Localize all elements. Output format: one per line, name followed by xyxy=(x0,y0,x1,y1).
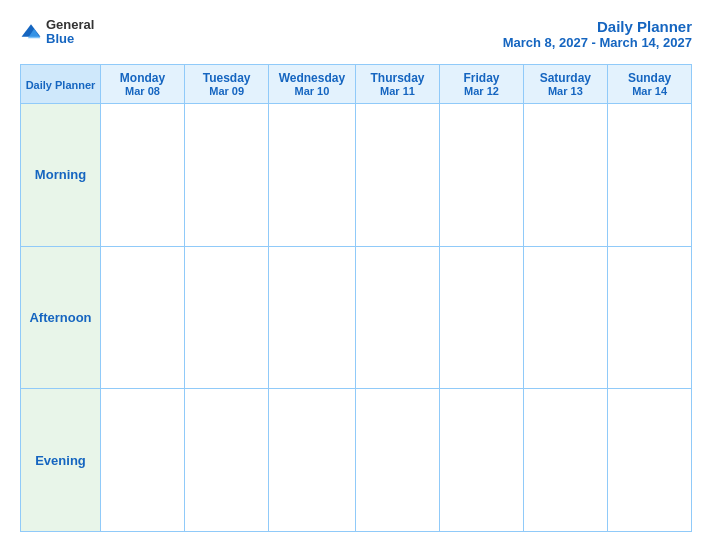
evening-tuesday[interactable] xyxy=(185,389,269,532)
day-name-tuesday: Tuesday xyxy=(187,71,266,85)
afternoon-wednesday[interactable] xyxy=(269,246,355,389)
header-thursday: Thursday Mar 11 xyxy=(355,65,440,104)
day-name-monday: Monday xyxy=(103,71,182,85)
morning-sunday[interactable] xyxy=(608,104,692,247)
day-date-saturday: Mar 13 xyxy=(526,85,606,97)
header-sunday: Sunday Mar 14 xyxy=(608,65,692,104)
evening-wednesday[interactable] xyxy=(269,389,355,532)
afternoon-label: Afternoon xyxy=(29,310,91,325)
row-afternoon: Afternoon xyxy=(21,246,692,389)
morning-label-cell: Morning xyxy=(21,104,101,247)
row-evening: Evening xyxy=(21,389,692,532)
first-col-label: Daily Planner xyxy=(26,79,96,91)
header-row: Daily Planner Monday Mar 08 Tuesday Mar … xyxy=(21,65,692,104)
afternoon-friday[interactable] xyxy=(440,246,523,389)
afternoon-sunday[interactable] xyxy=(608,246,692,389)
morning-label: Morning xyxy=(35,167,86,182)
morning-wednesday[interactable] xyxy=(269,104,355,247)
evening-saturday[interactable] xyxy=(523,389,608,532)
logo-general-text: General xyxy=(46,18,94,32)
evening-label: Evening xyxy=(35,453,86,468)
evening-label-cell: Evening xyxy=(21,389,101,532)
header-tuesday: Tuesday Mar 09 xyxy=(185,65,269,104)
day-date-tuesday: Mar 09 xyxy=(187,85,266,97)
afternoon-monday[interactable] xyxy=(101,246,185,389)
planner-subtitle: March 8, 2027 - March 14, 2027 xyxy=(503,35,692,50)
day-name-thursday: Thursday xyxy=(358,71,438,85)
day-name-wednesday: Wednesday xyxy=(271,71,352,85)
header: General Blue Daily Planner March 8, 2027… xyxy=(20,18,692,50)
evening-thursday[interactable] xyxy=(355,389,440,532)
morning-friday[interactable] xyxy=(440,104,523,247)
logo-blue-text: Blue xyxy=(46,32,94,46)
logo-icon xyxy=(20,21,42,43)
afternoon-label-cell: Afternoon xyxy=(21,246,101,389)
day-date-wednesday: Mar 10 xyxy=(271,85,352,97)
day-name-friday: Friday xyxy=(442,71,520,85)
day-name-saturday: Saturday xyxy=(526,71,606,85)
evening-monday[interactable] xyxy=(101,389,185,532)
header-monday: Monday Mar 08 xyxy=(101,65,185,104)
planner-table: Daily Planner Monday Mar 08 Tuesday Mar … xyxy=(20,64,692,532)
row-morning: Morning xyxy=(21,104,692,247)
afternoon-tuesday[interactable] xyxy=(185,246,269,389)
header-first-cell: Daily Planner xyxy=(21,65,101,104)
page: General Blue Daily Planner March 8, 2027… xyxy=(0,0,712,550)
day-date-sunday: Mar 14 xyxy=(610,85,689,97)
day-date-friday: Mar 12 xyxy=(442,85,520,97)
header-saturday: Saturday Mar 13 xyxy=(523,65,608,104)
day-date-thursday: Mar 11 xyxy=(358,85,438,97)
evening-sunday[interactable] xyxy=(608,389,692,532)
evening-friday[interactable] xyxy=(440,389,523,532)
title-block: Daily Planner March 8, 2027 - March 14, … xyxy=(503,18,692,50)
logo: General Blue xyxy=(20,18,94,47)
header-wednesday: Wednesday Mar 10 xyxy=(269,65,355,104)
header-friday: Friday Mar 12 xyxy=(440,65,523,104)
morning-monday[interactable] xyxy=(101,104,185,247)
afternoon-saturday[interactable] xyxy=(523,246,608,389)
morning-tuesday[interactable] xyxy=(185,104,269,247)
day-date-monday: Mar 08 xyxy=(103,85,182,97)
morning-thursday[interactable] xyxy=(355,104,440,247)
planner-title: Daily Planner xyxy=(503,18,692,35)
day-name-sunday: Sunday xyxy=(610,71,689,85)
afternoon-thursday[interactable] xyxy=(355,246,440,389)
morning-saturday[interactable] xyxy=(523,104,608,247)
